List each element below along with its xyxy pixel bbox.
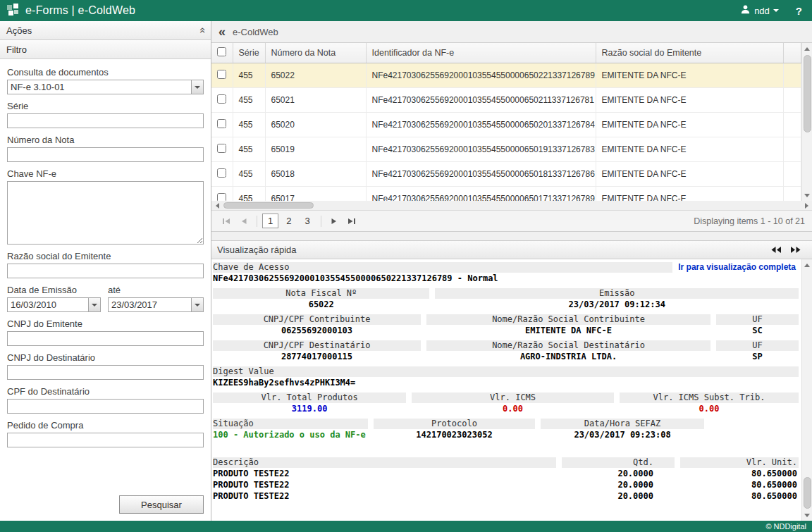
row-checkbox[interactable] [217, 144, 226, 153]
dropdown-arrow-icon[interactable] [191, 80, 203, 94]
cell-numero: 65022 [265, 63, 366, 87]
column-header-razao[interactable]: Razão social do Emitente [596, 43, 783, 63]
table-row[interactable]: 455 65017 NFe421703062556920001035545500… [211, 186, 801, 201]
cpf-destinatario-label: CPF do Destinatário [7, 386, 204, 397]
vlr-icms-value: 0.00 [412, 404, 614, 414]
cell-numero: 65021 [265, 87, 366, 112]
produto-qtd: 20.0000 [562, 491, 675, 502]
nome-contribuinte-label: Nome/Razão Social Contribuinte [426, 314, 710, 325]
razao-emitente-input[interactable] [7, 264, 204, 278]
next-page-button[interactable] [326, 214, 342, 229]
produto-descricao: PRODUTO TESTE22 [213, 469, 556, 479]
quickview-title: Visualização rápida [217, 245, 297, 255]
page-button-3[interactable]: 3 [299, 214, 315, 228]
row-checkbox[interactable] [217, 168, 226, 178]
full-view-link[interactable]: Ir para visualização completa [678, 262, 799, 273]
collapse-up-icon[interactable]: » [197, 27, 206, 33]
table-row[interactable]: 455 65021 NFe421703062556920001035545500… [211, 87, 801, 112]
select-all-checkbox[interactable] [217, 47, 226, 56]
data-fim-picker[interactable]: 23/03/2017 [108, 297, 204, 312]
user-name: ndd [754, 6, 770, 16]
digest-value-label: Digest Value [213, 366, 799, 377]
scroll-up-icon[interactable] [802, 43, 812, 54]
scrollbar-thumb[interactable] [804, 55, 811, 132]
scroll-right-icon[interactable] [801, 200, 812, 211]
cell-razao: EMITENTE DA NFC-E [596, 63, 783, 87]
table-row[interactable]: 455 65019 NFe421703062556920001035545500… [211, 137, 801, 161]
table-row[interactable]: 455 65020 NFe421703062556920001035545500… [211, 112, 801, 137]
nota-fiscal-value: 65022 [213, 299, 429, 310]
cnpj-destinatario-label: CNPJ do Destinatário [7, 352, 204, 363]
numero-nota-input[interactable] [7, 147, 204, 162]
row-checkbox[interactable] [217, 119, 226, 128]
filtro-panel-header[interactable]: Filtro [0, 40, 211, 59]
produto-vlr: 80.650000 [680, 491, 799, 502]
chave-nfe-textarea[interactable] [7, 181, 204, 245]
cell-numero: 65018 [265, 161, 366, 186]
cnpj-destinatario-input[interactable] [7, 365, 204, 380]
situacao-label: Situação [213, 419, 368, 429]
calendar-dropdown-icon[interactable] [191, 298, 203, 311]
consulta-dropdown[interactable]: NF-e 3.10-01 [7, 80, 204, 94]
consulta-label: Consulta de documentos [7, 67, 204, 78]
sefaz-label: Data/Hora SEFAZ [541, 419, 705, 429]
scrollbar-thumb[interactable] [223, 202, 314, 209]
cpf-destinatario-input[interactable] [7, 399, 204, 414]
collapse-sidebar-icon[interactable]: « [219, 25, 226, 38]
scroll-up-icon[interactable] [802, 259, 812, 270]
prev-page-button[interactable] [236, 214, 252, 229]
pesquisar-button[interactable]: Pesquisar [119, 495, 204, 514]
data-inicio-picker[interactable]: 16/03/2010 [7, 297, 101, 312]
table-row[interactable]: 455 65018 NFe421703062556920001035545500… [211, 161, 801, 186]
grid-horizontal-scrollbar[interactable] [211, 201, 812, 210]
help-button[interactable]: ? [796, 5, 802, 17]
grid-vertical-scrollbar[interactable] [801, 43, 812, 201]
acoes-panel-header[interactable]: Ações » [0, 21, 211, 40]
data-inicio-value: 16/03/2010 [7, 297, 101, 312]
cell-serie: 455 [233, 112, 265, 137]
scroll-left-icon[interactable] [211, 200, 222, 211]
row-checkbox[interactable] [217, 70, 226, 79]
user-menu[interactable]: ndd [740, 4, 779, 17]
serie-input[interactable] [7, 113, 204, 128]
produto-vlr-header: Vlr. Unit. [680, 457, 799, 468]
table-row[interactable]: 455 65022 NFe421703062556920001035545500… [211, 63, 801, 87]
scroll-down-icon[interactable] [802, 190, 812, 201]
column-header-numero[interactable]: Número da Nota [265, 43, 366, 63]
main-content: « e-ColdWeb Série Número da Nota [211, 21, 812, 521]
calendar-dropdown-icon[interactable] [88, 298, 100, 311]
filtro-label: Filtro [6, 44, 27, 55]
previous-record-button[interactable] [770, 245, 783, 255]
scrollbar-thumb[interactable] [804, 477, 811, 509]
vlr-icms-label: Vlr. ICMS [412, 392, 614, 403]
scroll-down-icon[interactable] [802, 510, 812, 521]
ate-label: até [108, 285, 204, 295]
cnpj-emitente-input[interactable] [7, 331, 204, 346]
page-button-1[interactable]: 1 [262, 214, 278, 228]
quickview-vertical-scrollbar[interactable] [801, 259, 812, 521]
pedido-compra-input[interactable] [7, 433, 204, 447]
quickview-content: Chave de Acesso Ir para visualização com… [211, 259, 801, 521]
column-header-identificador[interactable]: Identificador da NF-e [366, 43, 596, 63]
product-row: PRODUTO TESTE22 20.0000 80.650000 [213, 491, 799, 502]
column-header-serie[interactable]: Série [233, 43, 265, 63]
copyright-text: © NDDigital [765, 522, 806, 531]
cell-razao: EMITENTE DA NFC-E [596, 87, 783, 112]
chave-acesso-label: Chave de Acesso [213, 262, 672, 273]
last-page-button[interactable] [344, 214, 359, 229]
first-page-button[interactable] [219, 214, 234, 229]
produto-vlr: 80.650000 [680, 469, 799, 479]
cnpj-destinatario-value: 28774017000115 [213, 352, 421, 362]
chave-nfe-label: Chave NF-e [7, 168, 204, 179]
tab-ecoldweb[interactable]: e-ColdWeb [233, 27, 278, 37]
data-emissao-label: Data de Emissão [7, 285, 101, 295]
grid-header-row: Série Número da Nota Identificador da NF… [211, 43, 801, 63]
row-checkbox[interactable] [217, 94, 226, 104]
cell-razao: EMITENTE DA NFC-E [596, 186, 783, 201]
protocolo-label: Protocolo [374, 419, 535, 429]
nome-contribuinte-value: EMITENTE DA NFC-E [426, 326, 710, 336]
cell-numero: 65020 [265, 112, 366, 137]
next-record-button[interactable] [789, 245, 802, 255]
produto-descricao-header: Descrição [213, 457, 556, 468]
page-button-2[interactable]: 2 [281, 214, 297, 228]
